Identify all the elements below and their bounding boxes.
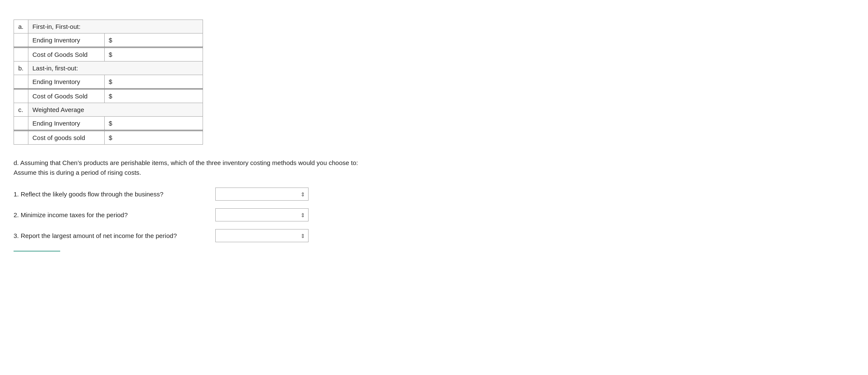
table-row: Ending Inventory$ xyxy=(14,117,203,131)
section-id-b: b. xyxy=(14,62,28,75)
section-header-c: c.Weighted Average xyxy=(14,103,203,117)
value-input-cell[interactable] xyxy=(114,48,203,62)
row-indent xyxy=(14,75,28,89)
dropdown-label-1: 1. Reflect the likely goods flow through… xyxy=(14,190,209,198)
dollar-sign: $ xyxy=(104,89,114,103)
part-d-text: d. Assuming that Chen’s products are per… xyxy=(14,158,453,177)
select-wrapper-1[interactable]: FIFOLIFOWeighted Average xyxy=(215,188,309,201)
row-label: Ending Inventory xyxy=(28,75,104,89)
part-d-section: d. Assuming that Chen’s products are per… xyxy=(14,158,453,242)
value-input-cell[interactable] xyxy=(114,117,203,131)
value-input-cell[interactable] xyxy=(114,75,203,89)
table-row: Cost of Goods Sold$ xyxy=(14,89,203,103)
section-label-b: Last-in, first-out: xyxy=(28,62,203,75)
value-input[interactable] xyxy=(118,120,198,127)
dropdown-row-1: 1. Reflect the likely goods flow through… xyxy=(14,188,453,201)
inventory-table: a.First-in, First-out:Ending Inventory$C… xyxy=(14,20,203,145)
value-input[interactable] xyxy=(118,78,198,85)
row-label: Cost of Goods Sold xyxy=(28,89,104,103)
value-input[interactable] xyxy=(118,51,198,58)
table-row: Cost of Goods Sold$ xyxy=(14,48,203,62)
dollar-sign: $ xyxy=(104,75,114,89)
value-input-cell[interactable] xyxy=(114,34,203,48)
value-input[interactable] xyxy=(118,36,198,44)
dropdown-select-3[interactable]: FIFOLIFOWeighted Average xyxy=(215,229,309,242)
dollar-sign: $ xyxy=(104,131,114,145)
row-indent xyxy=(14,117,28,131)
value-input[interactable] xyxy=(118,92,198,100)
dollar-sign: $ xyxy=(104,48,114,62)
section-label-a: First-in, First-out: xyxy=(28,20,203,34)
table-row: Ending Inventory$ xyxy=(14,34,203,48)
select-wrapper-3[interactable]: FIFOLIFOWeighted Average xyxy=(215,229,309,242)
bottom-divider xyxy=(14,251,60,252)
value-input-cell[interactable] xyxy=(114,131,203,145)
row-indent xyxy=(14,89,28,103)
dropdown-label-2: 2. Minimize income taxes for the period? xyxy=(14,211,209,218)
section-id-a: a. xyxy=(14,20,28,34)
table-row: Cost of goods sold$ xyxy=(14,131,203,145)
row-indent xyxy=(14,131,28,145)
dropdown-select-1[interactable]: FIFOLIFOWeighted Average xyxy=(215,188,309,201)
row-label: Cost of goods sold xyxy=(28,131,104,145)
row-indent xyxy=(14,34,28,48)
section-label-c: Weighted Average xyxy=(28,103,203,117)
row-label: Ending Inventory xyxy=(28,34,104,48)
dollar-sign: $ xyxy=(104,34,114,48)
select-wrapper-2[interactable]: FIFOLIFOWeighted Average xyxy=(215,208,309,221)
row-indent xyxy=(14,48,28,62)
section-header-a: a.First-in, First-out: xyxy=(14,20,203,34)
value-input[interactable] xyxy=(118,134,198,141)
dollar-sign: $ xyxy=(104,117,114,131)
value-input-cell[interactable] xyxy=(114,89,203,103)
table-row: Ending Inventory$ xyxy=(14,75,203,89)
section-header-b: b.Last-in, first-out: xyxy=(14,62,203,75)
row-label: Cost of Goods Sold xyxy=(28,48,104,62)
dropdown-row-2: 2. Minimize income taxes for the period?… xyxy=(14,208,453,221)
dropdown-label-3: 3. Report the largest amount of net inco… xyxy=(14,232,209,239)
row-label: Ending Inventory xyxy=(28,117,104,131)
section-id-c: c. xyxy=(14,103,28,117)
dropdown-row-3: 3. Report the largest amount of net inco… xyxy=(14,229,453,242)
dropdown-select-2[interactable]: FIFOLIFOWeighted Average xyxy=(215,208,309,221)
